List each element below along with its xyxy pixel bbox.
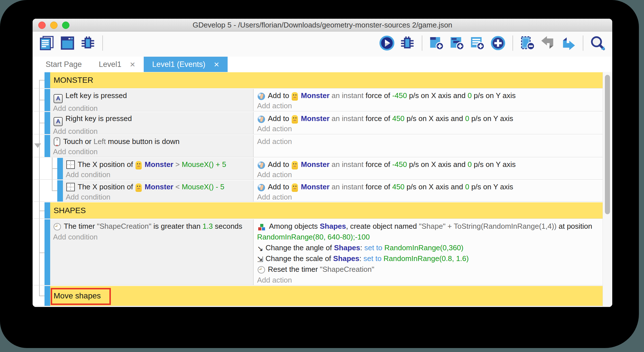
action-text[interactable]: Among objects Shapes, create object name… xyxy=(257,221,600,242)
monster-icon xyxy=(292,115,298,124)
condition-text[interactable]: ARight key is pressed xyxy=(53,113,250,126)
events-sheet: MONSTER ALeft key is pressed Add conditi… xyxy=(33,72,612,307)
tab-start-page[interactable]: Start Page xyxy=(37,57,90,72)
event-selection-bar[interactable] xyxy=(45,286,50,306)
scrollbar-track[interactable] xyxy=(603,72,612,307)
comment-label[interactable]: MONSTER xyxy=(50,72,603,88)
event-row-shape-creation: The timer "ShapeCreation" is greater tha… xyxy=(33,219,603,285)
play-icon[interactable] xyxy=(379,35,395,51)
action-text[interactable]: Add to Monster an instant force of 450 p… xyxy=(257,113,600,124)
condition-text[interactable]: ALeft key is pressed xyxy=(53,90,250,103)
event-selection-bar[interactable] xyxy=(45,89,50,111)
force-icon xyxy=(258,184,265,191)
comment-row-shapes[interactable]: SHAPES xyxy=(33,202,603,219)
title-bar: GDevelop 5 - /Users/florian/Downloads/ge… xyxy=(33,19,612,31)
add-condition-button[interactable]: Add condition xyxy=(66,192,250,202)
subevent-row-x-less: The X position of Monster < MouseX() - 5… xyxy=(33,180,603,202)
monster-icon xyxy=(292,161,298,169)
event-selection-bar[interactable] xyxy=(45,202,50,219)
event-selection-bar[interactable] xyxy=(45,72,50,88)
event-selection-bar[interactable] xyxy=(45,135,50,157)
add-action-button[interactable]: Add action xyxy=(257,169,600,179)
debug-icon[interactable] xyxy=(399,35,416,51)
keyboard-icon: A xyxy=(54,117,63,126)
add-event-icon[interactable] xyxy=(429,35,445,51)
condition-text[interactable]: The X position of Monster < MouseX() - 5 xyxy=(66,182,250,192)
monster-icon xyxy=(292,92,298,101)
force-icon xyxy=(258,93,265,100)
undo-icon[interactable] xyxy=(540,35,556,51)
comment-row-monster[interactable]: MONSTER xyxy=(33,72,603,88)
event-selection-bar[interactable] xyxy=(57,158,63,179)
angle-icon: ↘ xyxy=(257,245,263,252)
keyboard-icon: A xyxy=(54,94,63,103)
action-text[interactable]: Add to Monster an instant force of 450 p… xyxy=(257,182,600,192)
subevent-row-x-greater: The X position of Monster > MouseX() + 5… xyxy=(33,158,603,180)
add-comment-icon[interactable] xyxy=(469,35,486,51)
add-action-button[interactable]: Add action xyxy=(257,101,600,111)
monster-icon xyxy=(135,183,142,192)
timer-icon xyxy=(258,266,265,273)
condition-text[interactable]: The timer "ShapeCreation" is greater tha… xyxy=(53,221,250,232)
redo-icon[interactable] xyxy=(560,35,577,51)
position-icon xyxy=(66,183,75,191)
add-condition-button[interactable]: Add condition xyxy=(53,126,250,134)
event-row-left-key: ALeft key is pressed Add condition Add t… xyxy=(33,89,603,111)
add-condition-button[interactable]: Add condition xyxy=(53,232,250,242)
main-toolbar xyxy=(33,31,612,57)
create-object-icon xyxy=(258,223,266,231)
comment-label[interactable]: SHAPES xyxy=(50,202,603,219)
force-icon xyxy=(258,116,265,123)
add-action-button[interactable]: Add action xyxy=(257,136,600,147)
position-icon xyxy=(66,160,75,169)
project-manager-icon[interactable] xyxy=(39,35,55,51)
add-circle-icon[interactable] xyxy=(490,35,506,51)
window-title: GDevelop 5 - /Users/florian/Downloads/ge… xyxy=(33,19,612,31)
comment-row-move-shapes[interactable]: Move shapes xyxy=(33,286,603,306)
event-row-right-key: ARight key is pressed Add condition Add … xyxy=(33,112,603,134)
add-action-button[interactable]: Add action xyxy=(257,192,600,202)
scrollbar-thumb[interactable] xyxy=(605,75,610,214)
condition-text[interactable]: The X position of Monster > MouseX() + 5 xyxy=(66,159,250,169)
add-condition-button[interactable]: Add condition xyxy=(66,169,250,179)
condition-text[interactable]: Touch or Left mouse button is down xyxy=(53,136,250,147)
event-selection-bar[interactable] xyxy=(45,219,50,285)
add-subevent-icon[interactable] xyxy=(449,35,465,51)
debugger-icon[interactable] xyxy=(80,35,96,51)
scene-editor-icon[interactable] xyxy=(59,35,76,51)
action-text[interactable]: ↘Change the angle of Shapes: set to Rand… xyxy=(257,242,600,253)
event-row-touch: Touch or Left mouse button is down Add c… xyxy=(33,135,603,157)
monster-icon xyxy=(135,161,142,169)
add-action-button[interactable]: Add action xyxy=(257,124,600,134)
event-selection-bar[interactable] xyxy=(45,112,50,134)
mouse-icon xyxy=(54,137,60,146)
tab-level1[interactable]: Level1 × xyxy=(90,57,144,72)
event-selection-bar[interactable] xyxy=(57,180,63,202)
force-icon xyxy=(258,162,265,169)
comment-label[interactable]: Move shapes xyxy=(50,286,603,306)
search-icon[interactable] xyxy=(590,35,606,51)
tab-label: Level1 (Events) xyxy=(152,60,206,69)
tab-level1-events[interactable]: Level1 (Events) × xyxy=(144,57,228,72)
close-icon[interactable]: × xyxy=(214,60,219,69)
monster-icon xyxy=(292,183,298,192)
remove-event-icon[interactable] xyxy=(519,35,536,51)
add-condition-button[interactable]: Add condition xyxy=(53,147,250,157)
action-text[interactable]: Reset the timer "ShapeCreation" xyxy=(257,264,600,275)
tab-bar: Start Page Level1 × Level1 (Events) × xyxy=(33,57,612,72)
tab-label: Level1 xyxy=(99,60,122,69)
action-text[interactable]: Add to Monster an instant force of -450 … xyxy=(257,90,600,101)
action-text[interactable]: ⇲Change the scale of Shapes: set to Rand… xyxy=(257,253,600,264)
timer-icon xyxy=(54,223,61,230)
add-condition-button[interactable]: Add condition xyxy=(53,103,250,111)
close-icon[interactable]: × xyxy=(130,60,135,69)
action-text[interactable]: Add to Monster an instant force of -450 … xyxy=(257,159,600,169)
gdevelop-window: GDevelop 5 - /Users/florian/Downloads/ge… xyxy=(33,19,612,307)
add-action-button[interactable]: Add action xyxy=(257,275,600,285)
tab-label: Start Page xyxy=(46,60,82,69)
scale-icon: ⇲ xyxy=(257,256,263,263)
